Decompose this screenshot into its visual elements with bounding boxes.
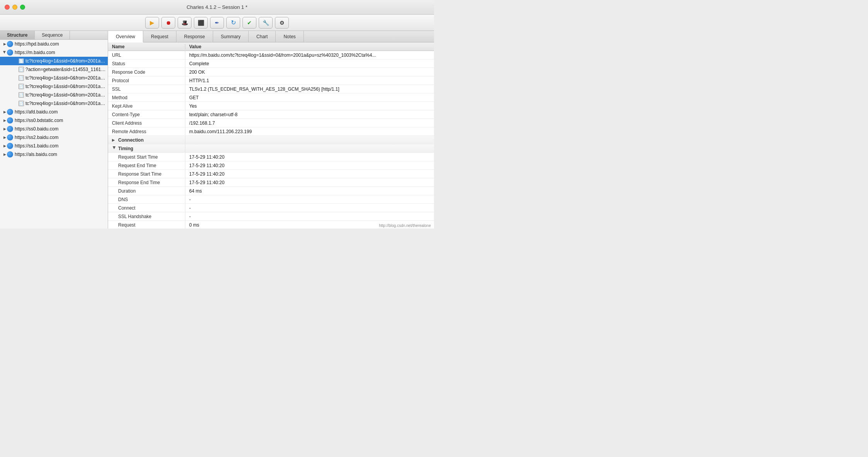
tree-item-ss1[interactable]: ▶ https://ss1.baidu.com xyxy=(0,142,108,150)
row-client-address-name: Client Address xyxy=(108,119,185,127)
row-timing-value xyxy=(185,144,434,152)
tree-label-action: ?action=getwater&sid=114553_116166_11652… xyxy=(25,67,108,72)
tree-label-m-baidu: https://m.baidu.com xyxy=(15,50,108,55)
tree-arrow-ss1: ▶ xyxy=(2,144,7,148)
tree-item-tc3[interactable]: ▶ 📄 tc?tcreq4log=1&ssid=0&from=2001a&pu=… xyxy=(0,82,108,91)
footnote: http://blog.csdn.net/therealone xyxy=(379,223,431,228)
globe-icon-ss2 xyxy=(7,134,13,140)
tree-item-ss0-bdstatic[interactable]: ▶ https://ss0.bdstatic.com xyxy=(0,116,108,125)
window-controls xyxy=(5,5,25,10)
row-dns: DNS - xyxy=(108,195,434,204)
record-button[interactable]: ⏺ xyxy=(161,17,175,29)
tree-item-tc2[interactable]: ▶ 📄 tc?tcreq4log=1&ssid=0&from=2001a&pu=… xyxy=(0,74,108,82)
globe-icon-afd xyxy=(7,109,13,115)
tree-item-tc5[interactable]: ▶ 📄 tc?tcreq4log=1&ssid=0&from=2001a&pu=… xyxy=(0,99,108,108)
tree-arrow-hpd: ▶ xyxy=(2,42,7,46)
validate-button[interactable]: ✔ xyxy=(242,17,256,29)
row-req-start-name: Request Start Time xyxy=(108,153,185,161)
row-ssl-value: TLSv1.2 (TLS_ECDHE_RSA_WITH_AES_128_GCM_… xyxy=(185,85,434,93)
stop-button[interactable]: ⬛ xyxy=(194,17,208,29)
close-button[interactable] xyxy=(5,5,10,10)
row-connect-value: - xyxy=(185,204,434,212)
tree-label-tc3: tc?tcreq4log=1&ssid=0&from=2001a&pu=sz%4… xyxy=(25,84,108,89)
row-content-type-name: Content-Type xyxy=(108,110,185,118)
tab-structure[interactable]: Structure xyxy=(0,31,35,39)
connection-toggle[interactable]: ▶ xyxy=(112,138,117,142)
tab-notes[interactable]: Notes xyxy=(276,31,303,42)
row-ssl-handshake-name: SSL Handshake xyxy=(108,212,185,220)
row-client-address-value: /192.168.1.7 xyxy=(185,119,434,127)
tree-label-tc1: tc?tcreq4log=1&ssid=0&from=2001a&pu=sz%4… xyxy=(25,58,108,64)
file-icon-tc1: 📄 xyxy=(19,58,24,64)
globe-icon-m-baidu xyxy=(7,49,13,56)
row-duration-name: Duration xyxy=(108,187,185,195)
tree-item-tc4[interactable]: ▶ 📄 tc?tcreq4log=1&ssid=0&from=2001a&pu=… xyxy=(0,91,108,99)
row-connect-name: Connect xyxy=(108,204,185,212)
tree-item-ss0-baidu[interactable]: ▶ https://ss0.baidu.com xyxy=(0,125,108,133)
settings-button[interactable]: ⚙ xyxy=(275,17,289,29)
row-req-start-value: 17-5-29 11:40:20 xyxy=(185,153,434,161)
main-layout: Structure Sequence ▶ https://hpd.baidu.c… xyxy=(0,31,434,228)
breakpoints-button[interactable]: ✒ xyxy=(210,17,224,29)
row-req-end: Request End Time 17-5-29 11:40:20 xyxy=(108,161,434,170)
row-content-type-value: text/plain; charset=utf-8 xyxy=(185,110,434,118)
tab-request[interactable]: Request xyxy=(143,31,176,42)
row-request-name: Request xyxy=(108,221,185,228)
row-connection-section[interactable]: ▶ Connection xyxy=(108,136,434,144)
tree-arrow-m-baidu: ▶ xyxy=(2,50,7,54)
row-ssl: SSL TLSv1.2 (TLS_ECDHE_RSA_WITH_AES_128_… xyxy=(108,85,434,93)
tree-arrow-afd: ▶ xyxy=(2,110,7,114)
tree-item-ss2[interactable]: ▶ https://ss2.baidu.com xyxy=(0,133,108,142)
toolbar: ▶ ⏺ 🎩 ⬛ ✒ ↻ ✔ 🔧 ⚙ xyxy=(0,15,434,31)
tree-item-m-baidu[interactable]: ▶ https://m.baidu.com xyxy=(0,48,108,57)
row-client-address: Client Address /192.168.1.7 xyxy=(108,119,434,127)
throttle-button[interactable]: ▶ xyxy=(145,17,159,29)
row-response-code-value: 200 OK xyxy=(185,68,434,76)
row-method-value: GET xyxy=(185,93,434,102)
row-duration: Duration 64 ms xyxy=(108,187,434,195)
tab-sequence[interactable]: Sequence xyxy=(35,31,70,39)
globe-icon-ss1 xyxy=(7,143,13,149)
tree-label-ss1: https://ss1.baidu.com xyxy=(15,143,108,149)
timing-label: Timing xyxy=(118,146,133,151)
tools-button[interactable]: 🔧 xyxy=(259,17,273,29)
tab-response[interactable]: Response xyxy=(176,31,213,42)
rewrite-button[interactable]: 🎩 xyxy=(178,17,192,29)
refresh-button[interactable]: ↻ xyxy=(226,17,240,29)
tab-chart[interactable]: Chart xyxy=(249,31,276,42)
row-protocol: Protocol HTTP/1.1 xyxy=(108,76,434,85)
maximize-button[interactable] xyxy=(20,5,25,10)
tree-container: ▶ https://hpd.baidu.com ▶ https://m.baid… xyxy=(0,40,108,228)
tree-item-action[interactable]: ▶ 📄 ?action=getwater&sid=114553_116166_1… xyxy=(0,65,108,74)
row-content-type: Content-Type text/plain; charset=utf-8 xyxy=(108,110,434,119)
minimize-button[interactable] xyxy=(12,5,17,10)
globe-icon-hpd xyxy=(7,41,13,47)
tab-overview[interactable]: Overview xyxy=(108,31,143,42)
tree-item-afd[interactable]: ▶ https://afd.baidu.com xyxy=(0,108,108,116)
globe-icon-als xyxy=(7,151,13,157)
row-dns-value: - xyxy=(185,195,434,203)
row-protocol-name: Protocol xyxy=(108,76,185,85)
tree-item-hpd[interactable]: ▶ https://hpd.baidu.com xyxy=(0,40,108,48)
tree-label-als: https://als.baidu.com xyxy=(15,152,108,157)
globe-icon-ss0-baidu xyxy=(7,126,13,132)
row-dns-name: DNS xyxy=(108,195,185,203)
row-remote-address: Remote Address m.baidu.com/111.206.223.1… xyxy=(108,127,434,136)
row-ssl-handshake: SSL Handshake - xyxy=(108,212,434,221)
row-duration-value: 64 ms xyxy=(185,187,434,195)
row-method-name: Method xyxy=(108,93,185,102)
row-res-start-value: 17-5-29 11:40:20 xyxy=(185,170,434,178)
row-kept-alive-name: Kept Alive xyxy=(108,102,185,110)
row-res-start-name: Response Start Time xyxy=(108,170,185,178)
col-name-header: Name xyxy=(108,44,185,49)
tree-item-tc1[interactable]: ▶ 📄 tc?tcreq4log=1&ssid=0&from=2001a&pu=… xyxy=(0,57,108,65)
timing-toggle[interactable]: ▶ xyxy=(112,146,116,151)
row-response-code-name: Response Code xyxy=(108,68,185,76)
row-connection-name: ▶ Connection xyxy=(108,136,185,144)
row-timing-section[interactable]: ▶ Timing xyxy=(108,144,434,153)
right-tabs: Overview Request Response Summary Chart … xyxy=(108,31,434,42)
row-kept-alive-value: Yes xyxy=(185,102,434,110)
file-icon-tc4: 📄 xyxy=(19,92,24,98)
tree-item-als[interactable]: ▶ https://als.baidu.com xyxy=(0,150,108,159)
tab-summary[interactable]: Summary xyxy=(213,31,249,42)
